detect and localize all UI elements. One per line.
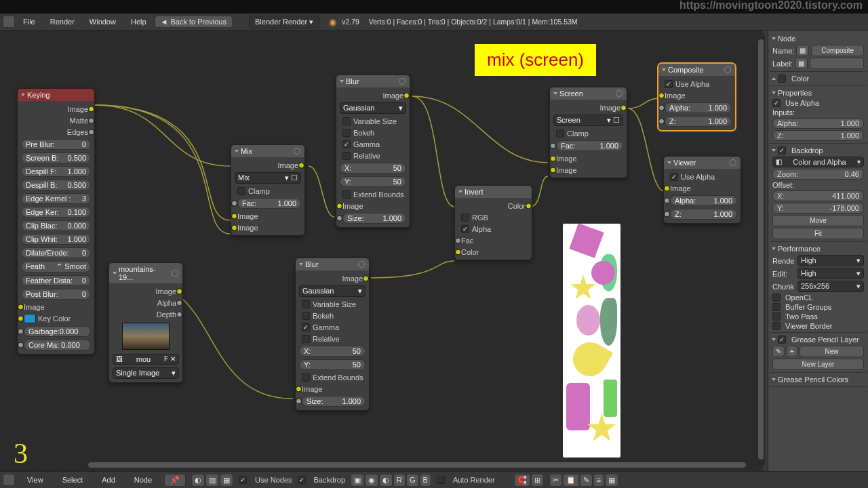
preview-icon[interactable] [358, 261, 365, 268]
slider[interactable]: Screen B:0.500 [21, 152, 91, 163]
shading-icon[interactable]: ◐ [191, 474, 205, 487]
tool-icon[interactable]: ▦ [605, 474, 618, 487]
node-composite[interactable]: Composite Use Alpha Image Alpha:1.000 Z:… [658, 63, 736, 131]
tool-icon[interactable]: 📋 [563, 474, 579, 487]
socket-in[interactable] [658, 119, 665, 125]
slider[interactable]: Y:50 [340, 176, 406, 187]
node-viewer[interactable]: Viewer Use Alpha Image Alpha:1.000 Z:1.0… [663, 156, 741, 224]
file-field[interactable]: 🖼 mou F ✕ [113, 354, 179, 365]
slider[interactable]: X:411.000 [772, 190, 864, 201]
socket-in[interactable] [550, 167, 556, 173]
collapse-icon[interactable] [772, 92, 776, 94]
socket-in[interactable] [455, 237, 461, 243]
slider[interactable]: Core Ma: 0.000 [24, 340, 91, 350]
check-clamp[interactable] [237, 187, 245, 195]
slider[interactable]: Post Blur:0 [21, 289, 91, 300]
socket-out[interactable] [620, 104, 627, 110]
slider[interactable]: Alpha:1.000 [670, 195, 737, 206]
new-button[interactable]: New [800, 346, 864, 357]
slider[interactable]: Despill F:1.000 [21, 166, 91, 177]
socket-out[interactable] [403, 92, 410, 98]
socket-out[interactable] [526, 203, 532, 209]
socket-out[interactable] [88, 117, 94, 123]
check[interactable] [778, 75, 786, 83]
slider[interactable]: Y:50 [299, 359, 366, 370]
edit-dropdown[interactable]: High▾ [797, 268, 864, 279]
check[interactable] [302, 300, 310, 308]
slider[interactable]: Alpha:1.000 [772, 118, 864, 129]
node-editor-canvas[interactable]: Keying Image Matte Edges Pre Blur:0 Scre… [0, 30, 763, 471]
node-keying[interactable]: Keying Image Matte Edges Pre Blur:0 Scre… [17, 88, 95, 354]
check-backdrop[interactable] [298, 476, 306, 484]
preview-icon[interactable] [730, 159, 736, 166]
socket-in[interactable] [664, 198, 670, 204]
slider[interactable]: X:50 [299, 346, 366, 357]
menu-view[interactable]: View [20, 474, 50, 486]
socket-in[interactable] [658, 105, 665, 111]
menu-help[interactable]: Help [124, 16, 153, 28]
collapse-icon[interactable] [299, 263, 303, 266]
blur-type[interactable]: Gaussian▾ [299, 285, 366, 297]
socket-out[interactable] [88, 106, 94, 112]
slider[interactable]: Alpha:1.000 [665, 102, 732, 113]
check[interactable] [342, 117, 351, 125]
channel-icon[interactable]: B [420, 474, 431, 487]
shading-icon[interactable]: ▨ [205, 474, 219, 487]
node-image[interactable]: mountains-19... Image Alpha Depth 🖼 mou … [108, 262, 183, 383]
socket-out[interactable] [176, 300, 182, 306]
pin-icon[interactable]: 📌 [164, 474, 186, 487]
socket-in[interactable] [18, 329, 24, 335]
check[interactable] [778, 336, 786, 344]
slider[interactable]: Zoom:0.46 [772, 169, 864, 180]
check[interactable] [342, 129, 351, 137]
check-alpha[interactable] [461, 225, 469, 233]
tool-icon[interactable]: ✂ [549, 474, 562, 487]
socket-in[interactable] [231, 213, 237, 219]
check-usealpha[interactable] [665, 80, 673, 88]
slider[interactable]: Z:1.000 [665, 116, 732, 127]
check[interactable] [302, 323, 310, 331]
node-mix[interactable]: Mix Image Mix▾ ☐ Clamp Fac:1.000 Image I… [231, 144, 305, 236]
channel-icon[interactable]: R [393, 474, 406, 487]
socket-in[interactable] [664, 185, 670, 191]
collapse-icon[interactable] [772, 338, 776, 341]
collapse-icon[interactable] [772, 247, 776, 250]
preview-icon[interactable] [294, 148, 300, 155]
editor-type-icon[interactable] [3, 474, 15, 486]
scrollbar-vertical[interactable] [757, 33, 765, 466]
tool-icon[interactable]: ≡ [593, 474, 604, 487]
name-field[interactable]: Composite [811, 45, 864, 56]
menu-window[interactable]: Window [83, 16, 123, 28]
channel-icon[interactable]: ▣ [351, 474, 364, 487]
socket-in[interactable] [550, 155, 556, 161]
node-screen[interactable]: Screen Image Screen▾ ☐ Clamp Fac:1.000 I… [549, 87, 627, 178]
slider[interactable]: Size:1.000 [302, 396, 366, 407]
check[interactable] [772, 99, 781, 107]
node-blur1[interactable]: Blur Image Gaussian▾ Variable Size Bokeh… [336, 75, 410, 228]
chunk-dropdown[interactable]: 256x256▾ [797, 281, 864, 292]
shading-icon[interactable]: ▦ [220, 474, 233, 487]
tool-icon[interactable]: ✎ [580, 474, 593, 487]
collapse-icon[interactable] [21, 94, 25, 96]
newlayer-button[interactable]: New Layer [772, 359, 864, 370]
collapse-icon[interactable] [772, 378, 776, 381]
menu-add[interactable]: Add [95, 474, 122, 486]
slider[interactable]: X:50 [340, 163, 406, 174]
color-swatch[interactable] [24, 314, 36, 323]
move-button[interactable]: Move [772, 215, 864, 226]
collapse-icon[interactable] [662, 68, 666, 71]
slider[interactable]: Feather Dista:0 [21, 275, 91, 286]
check[interactable] [772, 303, 781, 311]
slider[interactable]: Despill B:0.500 [21, 180, 91, 190]
colormode-dropdown[interactable]: ◧ Color and Alpha ▾ [772, 157, 864, 167]
socket-out[interactable] [363, 275, 369, 281]
slider[interactable]: Garbage:0.000 [24, 326, 91, 337]
collapse-icon[interactable] [340, 80, 344, 83]
collapse-icon[interactable] [553, 92, 557, 95]
slider[interactable]: Size:1.000 [342, 213, 406, 224]
check[interactable] [342, 190, 351, 199]
back-button[interactable]: ◄ Back to Previous [155, 16, 233, 28]
slider[interactable]: Edge Ker:0.100 [21, 207, 91, 218]
collapse-icon[interactable] [458, 190, 462, 193]
source-dropdown[interactable]: Single Image▾ [113, 367, 179, 379]
